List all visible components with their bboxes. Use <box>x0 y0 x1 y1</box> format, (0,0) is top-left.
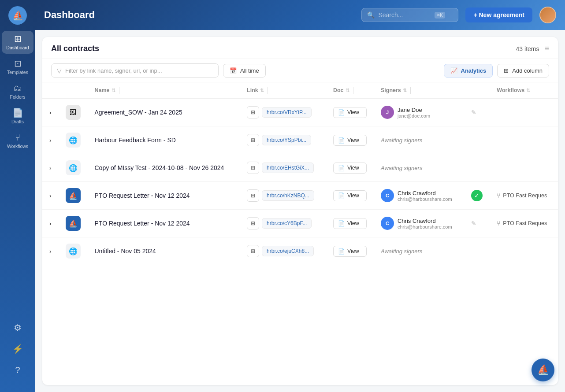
th-doc-filter-icon[interactable]: ⇅ <box>346 88 349 93</box>
row-expand-button[interactable]: › <box>42 182 59 210</box>
row-status-cell: ✎ <box>464 210 490 237</box>
th-signers-label: Signers <box>381 87 401 93</box>
table-row: ›🌐Untitled - Nov 05 2024⊞hrbr.co/ejuCXh8… <box>42 237 558 265</box>
sidebar-item-workflows[interactable]: ⑂ Workflows <box>2 129 33 152</box>
table-body: ›🖼Agreement_SOW - Jan 24 2025⊞hrbr.co/VR… <box>42 99 558 265</box>
add-column-label: Add column <box>512 67 543 74</box>
sidebar-item-dashboard[interactable]: ⊞ Dashboard <box>2 31 33 54</box>
edit-icon[interactable]: ✎ <box>471 109 476 116</box>
link-url: hrbr.co/ejuCXh8... <box>262 246 314 256</box>
view-doc-button[interactable]: 📄View <box>333 107 367 118</box>
table-row: ›🖼Agreement_SOW - Jan 24 2025⊞hrbr.co/VR… <box>42 99 558 126</box>
user-avatar[interactable] <box>539 7 556 23</box>
th-link: Link ⇅ <box>240 82 326 99</box>
qr-code-button[interactable]: ⊞ <box>247 245 259 257</box>
row-link-cell: ⊞hrbr.co/cY6BpF... <box>240 210 326 237</box>
sidebar-item-folders[interactable]: 🗂 Folders <box>2 80 33 103</box>
sidebar-label-templates: Templates <box>7 70 28 75</box>
signer-info: Jane Doejane@doe.com <box>398 107 430 118</box>
doc-icon: 📄 <box>338 165 345 171</box>
row-link-cell: ⊞hrbr.co/YSpPbi... <box>240 126 326 154</box>
row-expand-button[interactable]: › <box>42 210 59 237</box>
th-workflows-filter-icon[interactable]: ⇅ <box>526 88 530 93</box>
view-doc-button[interactable]: 📄View <box>333 163 367 174</box>
row-name: Untitled - Nov 05 2024 <box>88 237 240 265</box>
layout-toggle-icon[interactable]: ≡ <box>544 44 549 53</box>
th-status <box>464 82 490 99</box>
filter-input-wrap[interactable]: ▽ <box>51 63 219 78</box>
view-doc-button[interactable]: 📄View <box>333 135 367 146</box>
row-icon-cell: 🌐 <box>59 126 88 154</box>
sidebar: ⛵ ⊞ Dashboard ⊡ Templates 🗂 Folders 📄 Dr… <box>0 0 35 392</box>
panel-title: All contracts <box>51 44 511 53</box>
row-expand-button[interactable]: › <box>42 237 59 265</box>
sidebar-logo[interactable]: ⛵ <box>0 0 35 31</box>
filter-bar: ▽ 📅 All time 📈 Analytics ⊞ Add column <box>42 59 558 82</box>
link-cell: ⊞hrbr.co/ejuCXh8... <box>247 245 319 257</box>
fab-button[interactable]: ⛵ <box>532 359 554 381</box>
help-button[interactable]: ? <box>2 361 33 379</box>
view-doc-button[interactable]: 📄View <box>333 246 367 257</box>
row-expand-button[interactable]: › <box>42 99 59 126</box>
row-doc-cell: 📄View <box>326 99 374 126</box>
analytics-label: Analytics <box>461 67 487 74</box>
signer-name: Chris Crawford <box>398 190 452 196</box>
view-doc-button[interactable]: 📄View <box>333 190 367 201</box>
th-doc-label: Doc <box>333 87 344 93</box>
flash-button[interactable]: ⚡ <box>2 340 33 358</box>
th-signers-filter-icon[interactable]: ⇅ <box>403 88 407 93</box>
row-workflow-cell: ⑂PTO Fast Reques <box>490 210 558 237</box>
row-signers-cell: CChris Crawfordchris@harbourshare.com <box>374 182 464 210</box>
qr-code-button[interactable]: ⊞ <box>247 106 259 118</box>
workflows-icon: ⑂ <box>15 133 20 142</box>
th-link-filter-icon[interactable]: ⇅ <box>260 88 264 93</box>
contract-name: PTO Request Letter - Nov 12 2024 <box>95 192 190 199</box>
awaiting-signers-label: Awaiting signers <box>381 137 422 144</box>
search-bar[interactable]: 🔍 ⌘K <box>361 8 458 22</box>
add-column-button[interactable]: ⊞ Add column <box>497 64 549 78</box>
date-filter-button[interactable]: 📅 All time <box>223 64 266 78</box>
sidebar-item-templates[interactable]: ⊡ Templates <box>2 55 33 78</box>
date-filter-label: All time <box>240 67 259 74</box>
link-url: hrbr.co/YSpPbi... <box>262 135 311 145</box>
sidebar-label-dashboard: Dashboard <box>6 45 29 50</box>
add-column-icon: ⊞ <box>504 67 509 74</box>
signer-name: Jane Doe <box>398 107 430 113</box>
search-input[interactable] <box>378 11 431 18</box>
qr-code-button[interactable]: ⊞ <box>247 162 259 174</box>
qr-code-button[interactable]: ⊞ <box>247 134 259 146</box>
th-signers-divider <box>410 87 411 94</box>
th-signers: Signers ⇅ <box>374 82 464 99</box>
signer-info: Chris Crawfordchris@harbourshare.com <box>398 190 452 202</box>
row-icon-cell: 🌐 <box>59 154 88 182</box>
doc-icon: 📄 <box>338 248 345 255</box>
row-expand-button[interactable]: › <box>42 126 59 154</box>
signer-email: chris@harbourshare.com <box>398 196 452 202</box>
qr-code-button[interactable]: ⊞ <box>247 217 259 229</box>
settings-button[interactable]: ⚙ <box>2 319 33 337</box>
panel-header: All contracts 43 items ≡ <box>42 37 558 59</box>
signer-cell: CChris Crawfordchris@harbourshare.com <box>381 217 457 230</box>
app-logo-icon: ⛵ <box>8 6 27 25</box>
edit-icon[interactable]: ✎ <box>471 220 476 227</box>
row-signers-cell: Awaiting signers <box>374 126 464 154</box>
row-name: Copy of MIssy Test - 2024-10-08 - Nov 26… <box>88 154 240 182</box>
sidebar-item-drafts[interactable]: 📄 Drafts <box>2 105 33 128</box>
search-icon: 🔍 <box>367 11 375 18</box>
signer-avatar: J <box>381 106 394 119</box>
th-link-label: Link <box>247 87 258 93</box>
row-doc-cell: 📄View <box>326 237 374 265</box>
analytics-button[interactable]: 📈 Analytics <box>444 64 493 78</box>
new-agreement-button[interactable]: + New agreement <box>465 7 532 22</box>
link-url: hrbr.co/VRxYtP... <box>262 107 312 118</box>
row-status-cell <box>464 154 490 182</box>
contracts-table-container: Name ⇅ Link ⇅ <box>42 82 558 385</box>
row-workflow-cell <box>490 99 558 126</box>
th-name-filter-icon[interactable]: ⇅ <box>112 88 115 93</box>
row-expand-button[interactable]: › <box>42 154 59 182</box>
filter-input[interactable] <box>65 67 213 74</box>
signer-email: chris@harbourshare.com <box>398 224 452 229</box>
qr-code-button[interactable]: ⊞ <box>247 189 259 202</box>
view-doc-button[interactable]: 📄View <box>333 218 367 229</box>
row-doc-cell: 📄View <box>326 210 374 237</box>
